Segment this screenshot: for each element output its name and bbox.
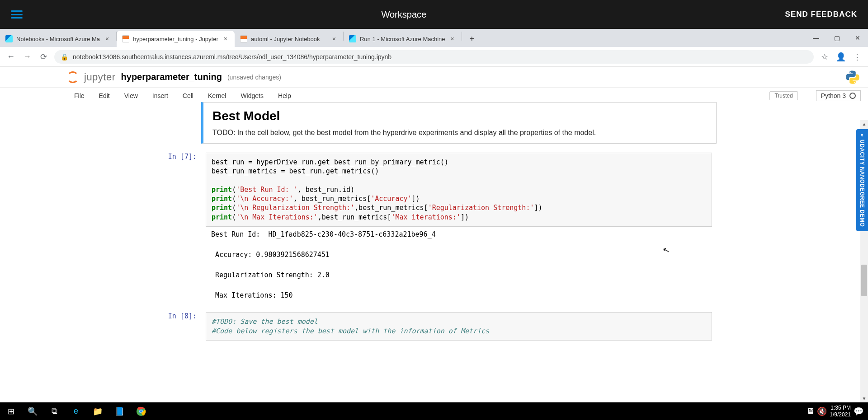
back-button[interactable]: ← [5,52,16,61]
azure-icon [5,35,13,42]
close-icon[interactable]: × [222,35,229,42]
close-icon[interactable]: × [330,35,338,42]
tab-label: hyperparameter_tuning - Jupyter [133,36,218,42]
kernel-name: Python 3 [821,92,846,99]
address-bar: ← → ⟳ 🔒 notebook134086.southcentralus.in… [0,47,868,67]
browser-tab[interactable]: Run 1 - Microsoft Azure Machine × [344,31,462,47]
markdown-cell[interactable]: Best Model TODO: In the cell below, get … [201,102,717,120]
tab-label: automl - Jupyter Notebook [251,36,327,42]
browser-tab[interactable]: Notebooks - Microsoft Azure Ma × [0,31,116,47]
send-feedback-button[interactable]: SEND FEEDBACK [785,10,857,19]
close-icon[interactable]: × [104,35,111,42]
jupyter-icon [240,35,247,42]
maximize-button[interactable]: ▢ [826,29,847,47]
tab-label: Run 1 - Microsoft Azure Machine [360,36,445,42]
jupyter-header: jupyter hyperparameter_tuning (unsaved c… [0,67,868,88]
notebook-name[interactable]: hyperparameter_tuning [121,72,222,82]
workspace-title: Workspace [381,9,426,20]
app-top-bar: Workspace SEND FEEDBACK [0,0,868,29]
save-status: (unsaved changes) [227,74,281,81]
window-controls: — ▢ ✕ [806,29,868,47]
menu-cell[interactable]: Cell [175,88,201,103]
close-icon[interactable]: × [449,35,456,42]
menu-view[interactable]: View [117,88,145,103]
url-input[interactable]: 🔒 notebook134086.southcentralus.instance… [54,50,814,64]
close-window-button[interactable]: ✕ [847,29,868,47]
browser-tab[interactable]: automl - Jupyter Notebook × [235,31,343,47]
jupyter-icon [122,35,129,42]
url-text: notebook134086.southcentralus.instances.… [73,53,392,61]
more-icon[interactable]: ⋮ [852,52,863,62]
star-icon[interactable]: ☆ [819,52,830,62]
svg-point-0 [850,71,851,72]
menu-insert[interactable]: Insert [145,88,175,103]
menu-bar: File Edit View Insert Cell Kernel Widget… [0,88,868,104]
lock-icon: 🔒 [61,53,68,61]
menu-file[interactable]: File [67,88,92,103]
python-icon [844,69,861,85]
browser-tab-active[interactable]: hyperparameter_tuning - Jupyter × [117,31,235,47]
notebook-body[interactable]: Best Model TODO: In the cell below, get … [0,102,868,120]
azure-icon [349,35,356,42]
profile-icon[interactable]: 👤 [835,52,846,62]
reload-button[interactable]: ⟳ [38,52,49,62]
kernel-status-icon [849,93,856,99]
menu-edit[interactable]: Edit [92,88,117,103]
minimize-button[interactable]: — [806,29,826,47]
forward-button[interactable]: → [22,52,33,61]
jupyter-logo-icon [67,71,79,83]
kernel-indicator[interactable]: Python 3 [816,90,861,101]
new-tab-button[interactable]: + [466,33,478,45]
jupyter-brand: jupyter [84,71,116,83]
menu-help[interactable]: Help [271,88,298,103]
menu-widgets[interactable]: Widgets [233,88,271,103]
tab-label: Notebooks - Microsoft Azure Ma [16,36,100,42]
md-heading: Best Model [212,109,707,120]
trusted-badge[interactable]: Trusted [769,91,797,100]
menu-kernel[interactable]: Kernel [201,88,233,103]
menu-icon[interactable] [11,9,23,20]
browser-tab-strip: Notebooks - Microsoft Azure Ma × hyperpa… [0,29,868,47]
svg-point-1 [854,82,855,83]
